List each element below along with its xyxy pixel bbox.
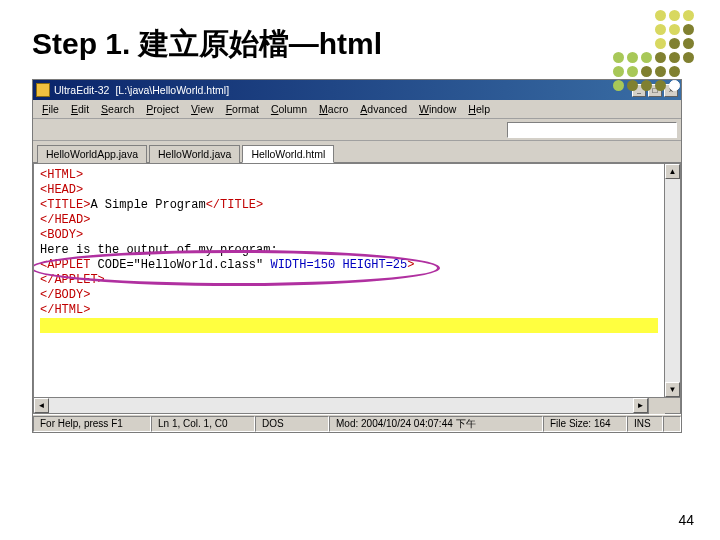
menu-macro[interactable]: Macro [314, 102, 353, 116]
scroll-corner [665, 398, 681, 414]
status-position: Ln 1, Col. 1, C0 [151, 416, 255, 432]
menu-edit[interactable]: Edit [66, 102, 94, 116]
menu-search[interactable]: Search [96, 102, 139, 116]
menu-view[interactable]: View [186, 102, 219, 116]
toolbar-button[interactable] [57, 121, 75, 139]
doc-path: [L:\java\HelloWorld.html] [115, 84, 229, 96]
code-text: A Simple Program [90, 198, 205, 212]
code-line: </HTML> [40, 303, 90, 317]
toolbar-button[interactable] [117, 121, 135, 139]
slide-title: Step 1. 建立原始檔—html [0, 0, 720, 79]
titlebar[interactable]: UltraEdit-32 [L:\java\HelloWorld.html] _… [33, 80, 681, 100]
menu-project[interactable]: Project [141, 102, 184, 116]
code-line: <HTML> [40, 168, 83, 182]
code-line: </TITLE> [206, 198, 264, 212]
app-name: UltraEdit-32 [54, 84, 109, 96]
scroll-up-icon[interactable]: ▲ [665, 164, 680, 179]
app-window: UltraEdit-32 [L:\java\HelloWorld.html] _… [32, 79, 682, 433]
tabbar: HelloWorldApp.java HelloWorld.java Hello… [33, 141, 681, 163]
editor-area[interactable]: <HTML> <HEAD> <TITLE>A Simple Program</T… [33, 163, 665, 398]
menu-advanced[interactable]: Advanced [355, 102, 412, 116]
page-number: 44 [678, 512, 694, 528]
code-line: </HEAD> [40, 213, 90, 227]
toolbar-button[interactable] [77, 121, 95, 139]
current-line-highlight [40, 318, 658, 333]
status-insert-mode: INS [627, 416, 663, 432]
menu-format[interactable]: Format [221, 102, 264, 116]
scroll-down-icon[interactable]: ▼ [665, 382, 680, 397]
statusbar: For Help, press F1 Ln 1, Col. 1, C0 DOS … [33, 414, 681, 432]
code-line: <HEAD> [40, 183, 83, 197]
code-line: </APPLET> [40, 273, 105, 287]
scroll-track[interactable] [665, 179, 680, 382]
menu-column[interactable]: Column [266, 102, 312, 116]
code-attr: WIDTH=150 HEIGHT=25 [270, 258, 407, 272]
tab-java[interactable]: HelloWorld.java [149, 145, 240, 163]
scroll-track[interactable] [49, 398, 633, 413]
scroll-left-icon[interactable]: ◄ [34, 398, 49, 413]
scroll-right-icon[interactable]: ► [633, 398, 648, 413]
code-line: </BODY> [40, 288, 90, 302]
code-line: > [407, 258, 414, 272]
toolbar-button[interactable] [97, 121, 115, 139]
status-grip [663, 416, 681, 432]
status-modified: Mod: 2004/10/24 04:07:44 下午 [329, 416, 543, 432]
menubar: File Edit Search Project View Format Col… [33, 100, 681, 119]
toolbar [33, 119, 681, 141]
status-help: For Help, press F1 [33, 416, 151, 432]
horizontal-scrollbar[interactable]: ◄ ► [33, 398, 649, 414]
status-encoding: DOS [255, 416, 329, 432]
toolbar-button[interactable] [137, 121, 155, 139]
tab-html[interactable]: HelloWorld.html [242, 145, 334, 163]
code-line: <BODY> [40, 228, 83, 242]
menu-window[interactable]: Window [414, 102, 461, 116]
menu-file[interactable]: File [37, 102, 64, 116]
status-filesize: File Size: 164 [543, 416, 627, 432]
code-line: <TITLE> [40, 198, 90, 212]
tab-java-app[interactable]: HelloWorldApp.java [37, 145, 147, 163]
decorative-dots [613, 10, 694, 91]
toolbar-button[interactable] [37, 121, 55, 139]
toolbar-input[interactable] [507, 122, 677, 138]
code-text: Here is the output of my program: [40, 243, 278, 257]
code-attr: CODE="HelloWorld.class" [98, 258, 271, 272]
menu-help[interactable]: Help [463, 102, 495, 116]
code-line: <APPLET [40, 258, 98, 272]
vertical-scrollbar[interactable]: ▲ ▼ [665, 163, 681, 398]
app-icon [36, 83, 50, 97]
